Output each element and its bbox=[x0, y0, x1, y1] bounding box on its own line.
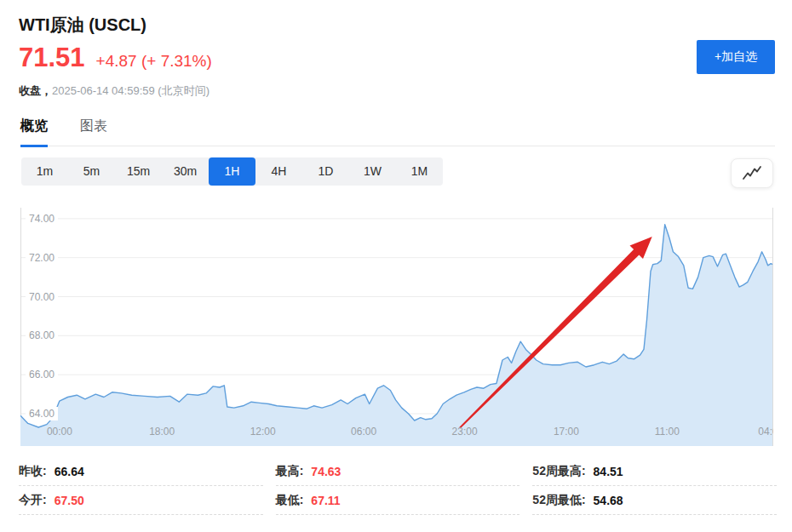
market-status: 收盘， bbox=[19, 84, 52, 97]
x-axis-label: 12:00 bbox=[243, 425, 284, 438]
x-axis-label: 17:00 bbox=[546, 425, 587, 438]
stat-row: 52周最低:54.68 bbox=[532, 486, 777, 515]
price-chart-svg bbox=[20, 206, 773, 446]
x-axis-label: 04:00 bbox=[750, 425, 773, 438]
timeframe-button-15m[interactable]: 15m bbox=[115, 157, 162, 186]
quote-page: WTI原油 (USCL) 71.51 +4.87 (+ 7.31%) 收盘，20… bbox=[0, 0, 792, 532]
stat-row: 52周最高:84.51 bbox=[532, 457, 777, 486]
timeframe-button-1M[interactable]: 1M bbox=[396, 157, 443, 186]
stats-column: 52周最高:84.5152周最低:54.68 bbox=[532, 457, 777, 515]
stat-label: 今开: bbox=[19, 493, 47, 508]
y-axis-label: 64.00 bbox=[26, 407, 58, 420]
timeframe-button-1m[interactable]: 1m bbox=[21, 157, 68, 186]
stats-grid: 昨收:66.64今开:67.50最高:74.63最低:67.1152周最高:84… bbox=[19, 457, 777, 515]
stat-value: 54.68 bbox=[594, 494, 623, 507]
stat-row: 今开:67.50 bbox=[19, 486, 263, 515]
stat-value: 84.51 bbox=[594, 465, 623, 478]
stat-label: 最低: bbox=[276, 493, 304, 508]
stat-row: 最高:74.63 bbox=[276, 457, 520, 486]
timeframe-button-1W[interactable]: 1W bbox=[349, 157, 396, 186]
tab-overview[interactable]: 概览 bbox=[20, 117, 48, 147]
tab-chart[interactable]: 图表 bbox=[80, 117, 107, 145]
quote-meta: 收盘，2025-06-14 04:59:59 (北京时间) bbox=[19, 83, 209, 99]
y-axis-label: 74.00 bbox=[26, 212, 58, 226]
y-axis-label: 72.00 bbox=[26, 251, 58, 265]
stats-column: 昨收:66.64今开:67.50 bbox=[19, 457, 263, 515]
y-axis-label: 70.00 bbox=[26, 290, 58, 304]
timeframe-toolbar: 1m5m15m30m1H4H1D1W1M bbox=[21, 157, 443, 186]
chart-type-button[interactable] bbox=[731, 158, 773, 188]
stats-column: 最高:74.63最低:67.11 bbox=[276, 457, 520, 515]
stat-value: 66.64 bbox=[55, 465, 84, 478]
timeframe-button-5m[interactable]: 5m bbox=[68, 157, 115, 186]
stat-value: 67.50 bbox=[55, 494, 84, 507]
price-row: 71.51 +4.87 (+ 7.31%) bbox=[19, 43, 212, 73]
timeframe-button-30m[interactable]: 30m bbox=[162, 157, 209, 186]
stat-label: 昨收: bbox=[19, 464, 47, 479]
x-axis-label: 00:00 bbox=[39, 425, 80, 438]
last-price: 71.51 bbox=[19, 43, 85, 73]
x-axis-label: 11:00 bbox=[646, 425, 687, 438]
price-change: +4.87 (+ 7.31%) bbox=[96, 52, 212, 71]
stat-label: 52周最高: bbox=[532, 464, 585, 479]
stat-label: 最高: bbox=[276, 464, 304, 479]
stat-label: 52周最低: bbox=[532, 493, 585, 508]
stat-value: 67.11 bbox=[311, 494, 340, 507]
timeframe-button-1D[interactable]: 1D bbox=[302, 157, 349, 186]
x-axis-label: 06:00 bbox=[343, 425, 384, 438]
x-axis-label: 23:00 bbox=[445, 425, 485, 438]
x-axis-label: 18:00 bbox=[141, 425, 182, 438]
stat-row: 最低:67.11 bbox=[276, 486, 520, 515]
timeframe-button-4H[interactable]: 4H bbox=[255, 157, 302, 186]
price-chart[interactable]: 64.0066.0068.0070.0072.0074.00 00:0018:0… bbox=[0, 204, 773, 448]
y-axis-label: 68.00 bbox=[26, 329, 58, 342]
page-title: WTI原油 (USCL) bbox=[19, 14, 146, 37]
quote-timestamp: 2025-06-14 04:59:59 (北京时间) bbox=[52, 84, 209, 97]
stat-value: 74.63 bbox=[311, 465, 341, 478]
line-chart-icon bbox=[742, 165, 762, 181]
add-watchlist-button[interactable]: +加自选 bbox=[697, 40, 775, 74]
tab-bar: 概览图表 bbox=[20, 117, 775, 146]
timeframe-button-1H[interactable]: 1H bbox=[209, 157, 255, 186]
y-axis-label: 66.00 bbox=[26, 368, 58, 381]
stat-row: 昨收:66.64 bbox=[19, 457, 263, 486]
